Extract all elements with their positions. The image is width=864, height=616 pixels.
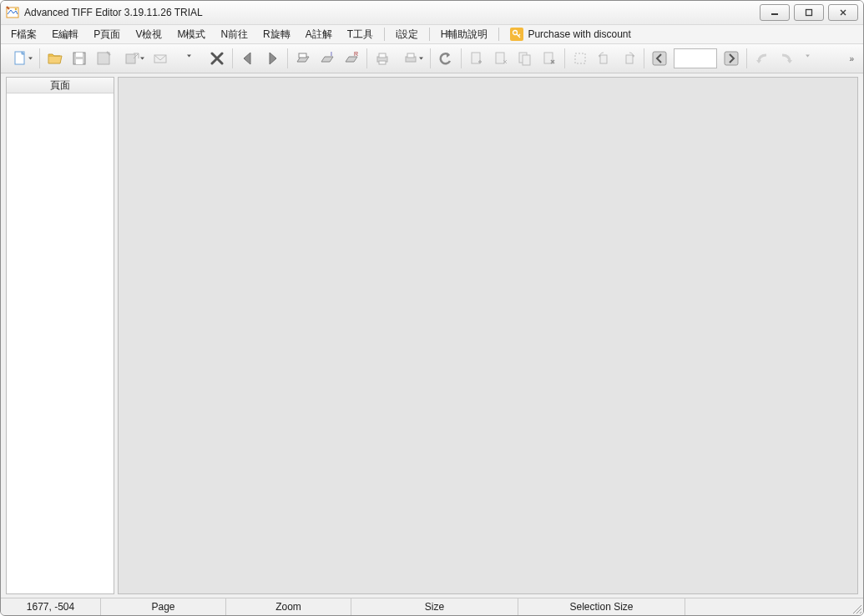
pages-panel-header: 頁面: [7, 78, 114, 93]
curved-left-icon: [754, 50, 771, 67]
key-icon: [510, 28, 523, 41]
svg-rect-25: [575, 53, 585, 63]
workspace: 頁面: [1, 73, 863, 598]
menu-purchase[interactable]: Purchase with discount: [503, 26, 637, 43]
page-replace-icon: [517, 50, 533, 67]
page-next-icon: [723, 50, 740, 67]
maximize-button[interactable]: [794, 4, 824, 21]
svg-point-1: [15, 8, 18, 11]
redo-right-button[interactable]: [775, 47, 798, 70]
window-controls: [755, 4, 858, 21]
menu-edit[interactable]: E編輯: [45, 26, 85, 43]
svg-rect-16: [379, 53, 386, 58]
mail-dropdown-button[interactable]: [173, 47, 205, 70]
print-icon: [374, 50, 391, 67]
page-replace-button[interactable]: [513, 47, 537, 70]
scan-replace-button[interactable]: R: [340, 47, 363, 70]
svg-rect-17: [379, 61, 386, 64]
scan-button[interactable]: [291, 47, 315, 70]
rotate-right-button[interactable]: [617, 47, 640, 70]
next-button[interactable]: [260, 47, 284, 70]
page-next-button[interactable]: [720, 47, 743, 70]
save-as-button[interactable]: [92, 47, 115, 70]
prev-icon: [240, 50, 256, 67]
scan-icon: [295, 50, 311, 67]
menu-mode[interactable]: M模式: [170, 26, 212, 43]
menu-separator: [498, 28, 499, 41]
app-icon: [6, 6, 19, 19]
menu-file[interactable]: F檔案: [4, 26, 43, 43]
page-insert-button[interactable]: [489, 47, 513, 70]
rotate-left-button[interactable]: [593, 47, 616, 70]
menu-settings[interactable]: i設定: [389, 26, 425, 43]
svg-rect-3: [806, 10, 812, 16]
close-button[interactable]: [828, 4, 858, 21]
save-button[interactable]: [68, 47, 91, 70]
pages-panel-list[interactable]: [7, 93, 114, 593]
new-icon: [12, 50, 28, 67]
svg-rect-9: [98, 53, 109, 64]
svg-rect-26: [600, 55, 607, 63]
delete-button[interactable]: [205, 47, 229, 70]
menu-tools[interactable]: T工具: [341, 26, 380, 43]
svg-rect-28: [653, 52, 666, 65]
toolbar-separator: [232, 48, 233, 68]
rotate-left-icon: [596, 50, 613, 67]
new-button[interactable]: [4, 47, 36, 70]
toolbar-overflow-button[interactable]: »: [844, 54, 860, 63]
menu-rotate[interactable]: R旋轉: [256, 26, 297, 43]
print-all-icon: [402, 50, 419, 67]
menu-bar: F檔案 E編輯 P頁面 V檢視 M模式 N前往 R旋轉 A註解 T工具 i設定 …: [1, 24, 863, 44]
page-prev-icon: [651, 50, 668, 67]
minimize-icon: [771, 8, 779, 17]
mail-icon: [152, 50, 169, 67]
image-canvas[interactable]: [118, 77, 858, 594]
page-add-button[interactable]: [465, 47, 488, 70]
open-icon: [47, 50, 63, 67]
page-delete-icon: [541, 50, 558, 67]
scan-replace-icon: R: [343, 50, 360, 67]
svg-rect-29: [725, 52, 738, 65]
status-selection: Selection Size: [518, 598, 685, 615]
toolbar-separator: [287, 48, 288, 68]
status-page: Page: [101, 598, 226, 615]
menu-separator: [429, 28, 430, 41]
svg-rect-19: [407, 53, 414, 58]
menu-help[interactable]: H輔助說明: [434, 26, 495, 43]
menu-page[interactable]: P頁面: [87, 26, 127, 43]
delete-icon: [210, 51, 225, 66]
menu-annot[interactable]: A註解: [299, 26, 339, 43]
print-all-button[interactable]: [395, 47, 427, 70]
menu-purchase-label: Purchase with discount: [528, 28, 630, 40]
resize-grip-icon[interactable]: [846, 598, 863, 615]
svg-rect-7: [76, 53, 83, 57]
minimize-button[interactable]: [760, 4, 790, 21]
crop-button[interactable]: [568, 47, 592, 70]
dropdown-icon: [186, 53, 192, 58]
export-button[interactable]: [116, 47, 148, 70]
status-size: Size: [351, 598, 518, 615]
undo-button[interactable]: [434, 47, 457, 70]
menu-view[interactable]: V檢視: [129, 26, 169, 43]
page-number-input[interactable]: [674, 48, 717, 68]
toolbar: I R: [1, 44, 863, 73]
page-prev-button[interactable]: [648, 47, 671, 70]
undo-icon: [437, 50, 454, 67]
app-window: Advanced TIFF Editor 3.19.11.26 TRIAL F檔…: [0, 0, 864, 616]
redo-dropdown[interactable]: [799, 47, 816, 70]
menu-goto[interactable]: N前往: [214, 26, 255, 43]
page-delete-button[interactable]: [538, 47, 561, 70]
toolbar-separator: [644, 48, 644, 68]
svg-point-4: [513, 31, 518, 35]
mail-button[interactable]: [149, 47, 172, 70]
prev-button[interactable]: [236, 47, 260, 70]
redo-left-button[interactable]: [750, 47, 774, 70]
svg-rect-10: [126, 54, 135, 63]
print-button[interactable]: [371, 47, 394, 70]
open-button[interactable]: [43, 47, 67, 70]
rotate-right-icon: [620, 50, 637, 67]
menu-separator: [384, 28, 385, 41]
dropdown-icon: [418, 56, 424, 62]
scan-insert-button[interactable]: I: [316, 47, 339, 70]
scan-insert-icon: I: [319, 50, 336, 67]
